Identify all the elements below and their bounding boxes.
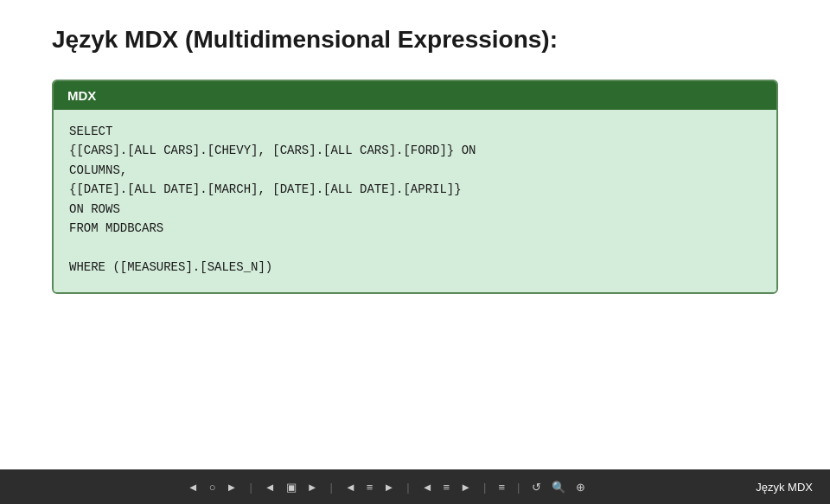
footer-title: Język MDX	[756, 481, 813, 494]
nav-separator-3: |	[404, 481, 412, 494]
nav-arrow-right-1[interactable]: ►	[224, 481, 240, 494]
nav-arrow-right-2[interactable]: ►	[304, 481, 321, 494]
nav-arrow-right-3[interactable]: ►	[380, 481, 397, 494]
nav-list-2[interactable]: ≡	[441, 481, 453, 494]
nav-arrow-right-4[interactable]: ►	[457, 481, 474, 494]
nav-search[interactable]: 🔍	[549, 481, 568, 494]
nav-list-1[interactable]: ≡	[364, 481, 376, 494]
nav-separator-1: |	[246, 481, 254, 494]
nav-list-3[interactable]: ≡	[495, 481, 508, 494]
code-content: SELECT {[CARS].[ALL CARS].[CHEVY], [CARS…	[69, 122, 761, 277]
nav-zoom[interactable]: ⊕	[573, 481, 588, 494]
nav-undo[interactable]: ↺	[529, 481, 544, 494]
code-block-body: SELECT {[CARS].[ALL CARS].[CHEVY], [CARS…	[54, 110, 776, 292]
code-block-header: MDX	[54, 81, 776, 110]
nav-circle[interactable]: ○	[207, 481, 219, 494]
code-block: MDX SELECT {[CARS].[ALL CARS].[CHEVY], […	[52, 80, 778, 294]
footer-nav: ◄ ○ ► | ◄ ▣ ► | ◄ ≡ ► | ◄ ≡ ► | ≡ | ↺ 🔍 …	[185, 481, 589, 494]
nav-separator-2: |	[328, 481, 335, 494]
nav-arrow-left-2[interactable]: ◄	[262, 481, 278, 494]
page-title: Język MDX (Multidimensional Expressions)…	[52, 26, 778, 54]
nav-separator-5: |	[514, 481, 522, 494]
main-content: Język MDX (Multidimensional Expressions)…	[0, 0, 830, 469]
nav-arrow-left-4[interactable]: ◄	[419, 481, 436, 494]
footer: ◄ ○ ► | ◄ ▣ ► | ◄ ≡ ► | ◄ ≡ ► | ≡ | ↺ 🔍 …	[0, 469, 830, 504]
nav-arrow-left-1[interactable]: ◄	[185, 481, 201, 494]
nav-arrow-left-3[interactable]: ◄	[342, 481, 359, 494]
nav-grid[interactable]: ▣	[284, 481, 299, 494]
footer-center: ◄ ○ ► | ◄ ▣ ► | ◄ ≡ ► | ◄ ≡ ► | ≡ | ↺ 🔍 …	[17, 481, 756, 494]
nav-separator-4: |	[481, 481, 488, 494]
